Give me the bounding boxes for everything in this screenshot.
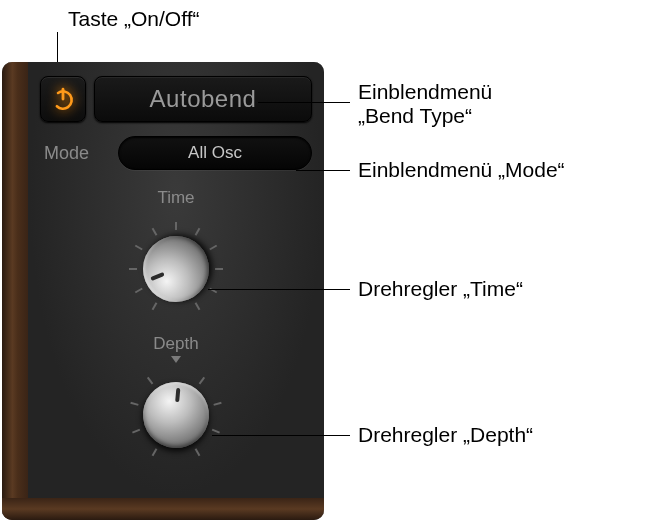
callout-bendtype-line1: Einblendmenü xyxy=(358,80,492,104)
callout-line xyxy=(208,289,350,290)
time-knob-wrap xyxy=(121,214,231,324)
wood-frame-bottom xyxy=(2,498,324,520)
power-button[interactable] xyxy=(40,76,86,122)
tick xyxy=(195,302,201,310)
depth-knob-wrap xyxy=(121,360,231,470)
tick xyxy=(152,448,158,456)
tick xyxy=(135,245,143,251)
callout-bendtype-line2: „Bend Type“ xyxy=(358,104,472,128)
tick xyxy=(215,268,223,270)
callout-depth: Drehregler „Depth“ xyxy=(358,423,533,447)
callout-onoff: Taste „On/Off“ xyxy=(68,7,200,31)
tick xyxy=(209,245,217,251)
time-section: Time xyxy=(40,188,312,324)
synth-panel: Autobend Mode All Osc Time xyxy=(2,62,324,520)
power-icon xyxy=(50,86,76,112)
tick xyxy=(152,302,158,310)
tick xyxy=(195,448,201,456)
header-row: Autobend xyxy=(40,76,312,122)
depth-section: Depth xyxy=(40,334,312,470)
callout-mode: Einblendmenü „Mode“ xyxy=(358,158,565,182)
time-label: Time xyxy=(157,188,194,208)
chevron-down-icon xyxy=(171,356,181,363)
wood-frame-left xyxy=(2,62,28,520)
tick xyxy=(135,288,143,294)
mode-menu[interactable]: All Osc xyxy=(118,136,312,170)
tick xyxy=(147,377,153,385)
tick xyxy=(129,268,137,270)
panel-inner: Autobend Mode All Osc Time xyxy=(28,62,324,498)
callout-time: Drehregler „Time“ xyxy=(358,277,523,301)
depth-label: Depth xyxy=(153,334,198,354)
tick xyxy=(175,222,177,230)
time-knob[interactable] xyxy=(133,226,219,312)
callout-line xyxy=(296,170,350,171)
tick xyxy=(213,402,221,406)
tick xyxy=(212,429,220,434)
callout-line xyxy=(212,435,350,436)
tick xyxy=(195,228,201,236)
bend-type-menu[interactable]: Autobend xyxy=(94,76,312,122)
tick xyxy=(130,402,138,406)
mode-row: Mode All Osc xyxy=(40,136,312,170)
mode-value: All Osc xyxy=(188,143,242,163)
tick xyxy=(199,377,205,385)
callout-line xyxy=(258,102,350,103)
depth-knob[interactable] xyxy=(140,379,212,451)
tick xyxy=(152,228,158,236)
mode-label: Mode xyxy=(44,143,106,164)
tick xyxy=(132,429,140,434)
bend-type-label: Autobend xyxy=(150,85,257,113)
